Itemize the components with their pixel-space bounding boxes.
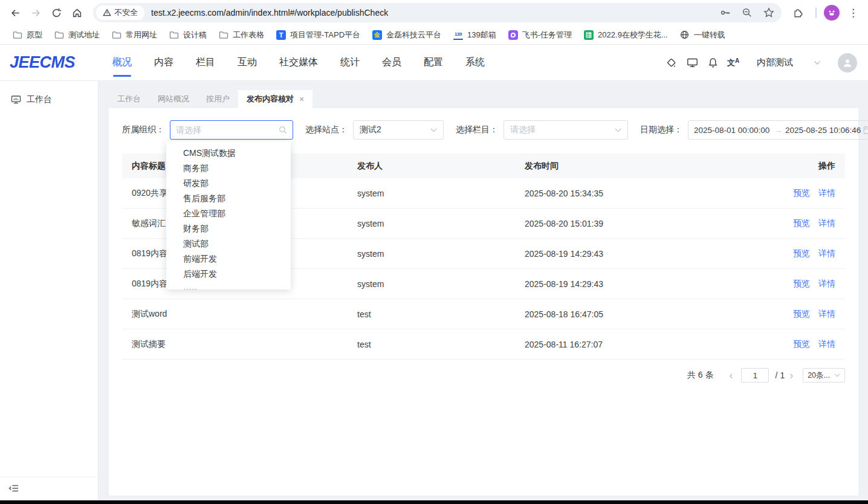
address-bar[interactable]: 不安全 test.x2.jeecms.com/admin/index.html#…: [93, 3, 782, 22]
bookmark-star-icon[interactable]: [763, 7, 774, 18]
org-option[interactable]: 企业管理部: [166, 206, 291, 221]
chevron-down-icon: [834, 373, 840, 377]
browser-profile-avatar[interactable]: [824, 5, 840, 21]
home-icon[interactable]: [66, 2, 87, 23]
tab-by-user[interactable]: 按用户: [198, 90, 238, 108]
org-select-input[interactable]: [176, 125, 267, 135]
site-select-value: 测试2: [360, 124, 381, 135]
bookmark-feishu[interactable]: 飞书-任务管理: [503, 28, 577, 42]
site-env-name[interactable]: 内部测试: [757, 57, 793, 68]
site-filter-label: 选择站点：: [305, 124, 348, 135]
detail-link[interactable]: 详情: [818, 309, 835, 320]
refresh-icon[interactable]: [46, 2, 66, 23]
bookmark-folder[interactable]: 测试地址: [49, 28, 105, 42]
org-option[interactable]: 后端开发: [166, 267, 291, 282]
folder-icon: [13, 31, 22, 39]
bell-icon[interactable]: [702, 57, 723, 68]
url-text[interactable]: test.x2.jeecms.com/admin/index.html#/wor…: [151, 8, 720, 18]
monitor-icon[interactable]: [682, 57, 702, 68]
preview-link[interactable]: 预览: [793, 339, 810, 350]
nav-channel[interactable]: 栏目: [196, 45, 215, 80]
globe-favicon: [680, 30, 690, 40]
row-publisher: system: [357, 249, 525, 259]
bookmark-tapd[interactable]: T 项目管理-TAPD平台: [271, 28, 366, 42]
nav-interaction[interactable]: 互动: [238, 45, 257, 80]
nav-statistics[interactable]: 统计: [340, 45, 360, 80]
sidebar-footer: [0, 477, 98, 500]
org-option[interactable]: 前端开发: [166, 251, 291, 267]
detail-link[interactable]: 详情: [818, 188, 835, 199]
preview-link[interactable]: 预览: [793, 279, 810, 289]
nav-config[interactable]: 配置: [424, 45, 443, 80]
tab-close-icon[interactable]: ×: [299, 94, 304, 104]
preview-link[interactable]: 预览: [793, 188, 810, 199]
jeecms-logo[interactable]: JEECMS: [10, 53, 102, 72]
column-select[interactable]: 请选择: [504, 120, 628, 140]
tab-site-overview[interactable]: 网站概况: [149, 90, 198, 108]
row-title: 测试摘要: [132, 339, 357, 350]
site-select[interactable]: 测试2: [353, 120, 444, 140]
org-select[interactable]: [170, 120, 293, 140]
screen: 不安全 test.x2.jeecms.com/admin/index.html#…: [0, 0, 868, 504]
mail139-favicon: 139: [453, 30, 463, 40]
next-page-icon[interactable]: ›: [785, 370, 798, 381]
nav-overview[interactable]: 概况: [112, 45, 132, 80]
bookmark-folder[interactable]: 设计稿: [164, 28, 212, 42]
preview-link[interactable]: 预览: [793, 248, 810, 259]
table-row: 测试word test 2025-08-18 16:47:05 预览 详情: [122, 299, 845, 329]
browser-menu-icon[interactable]: ⋮: [844, 8, 862, 18]
nav-social-media[interactable]: 社交媒体: [279, 45, 318, 80]
org-option[interactable]: 商务部: [166, 161, 291, 176]
org-dropdown-panel: CMS测试数据 商务部 研发部 售后服务部 企业管理部 财务部 测试部 前端开发…: [166, 141, 291, 289]
bookmark-folder[interactable]: 常用网址: [106, 28, 163, 42]
bookmark-sheet[interactable]: 2022.9在校学生花...: [578, 28, 673, 42]
bookmark-folder[interactable]: 工作表格: [213, 28, 270, 42]
bookmark-repost[interactable]: 一键转载: [675, 28, 731, 42]
collapse-sidebar-icon[interactable]: [8, 484, 98, 493]
env-chevron-down-icon[interactable]: [814, 60, 821, 65]
feishu-favicon: [508, 30, 518, 40]
prev-page-icon[interactable]: ‹: [724, 370, 737, 381]
org-option[interactable]: 售后服务部: [166, 191, 291, 206]
nav-system[interactable]: 系统: [465, 45, 485, 80]
detail-link[interactable]: 详情: [818, 248, 835, 259]
tab-workbench[interactable]: 工作台: [109, 90, 149, 108]
org-option[interactable]: CMS测试数据: [166, 146, 291, 161]
bookmark-139mail[interactable]: 139 139邮箱: [448, 28, 502, 42]
clean-cache-icon[interactable]: [661, 57, 682, 68]
security-chip[interactable]: 不安全: [96, 5, 144, 20]
detail-link[interactable]: 详情: [818, 279, 835, 289]
page-size-select[interactable]: 20条...: [803, 368, 845, 383]
password-key-icon[interactable]: [720, 7, 731, 18]
date-range-picker[interactable]: 2025-08-01 00:00:00 → 2025-08-25 10:06:4…: [688, 120, 868, 140]
preview-link[interactable]: 预览: [793, 309, 810, 320]
bookmark-folder[interactable]: 原型: [7, 28, 48, 42]
detail-link[interactable]: 详情: [818, 218, 835, 229]
back-icon[interactable]: [5, 2, 25, 23]
page-number-input[interactable]: [741, 368, 769, 383]
row-publisher: system: [357, 219, 525, 228]
org-option[interactable]: 研发部: [166, 176, 291, 191]
security-label: 不安全: [114, 7, 138, 18]
pagination-slash: /: [775, 370, 777, 380]
org-option[interactable]: ·····: [166, 282, 291, 289]
org-option[interactable]: 测试部: [166, 236, 291, 251]
extensions-icon[interactable]: [788, 2, 808, 23]
jinlei-favicon: 金: [372, 30, 382, 40]
detail-link[interactable]: 详情: [818, 339, 835, 350]
nav-members[interactable]: 会员: [382, 45, 401, 80]
bookmark-jinlei[interactable]: 金 金磊科技云平台: [367, 28, 447, 42]
folder-icon: [112, 31, 121, 39]
date-end-value[interactable]: 2025-08-25 10:06:46: [785, 126, 863, 135]
org-option[interactable]: 财务部: [166, 221, 291, 236]
nav-content[interactable]: 内容: [154, 45, 173, 80]
date-start-value[interactable]: 2025-08-01 00:00:00: [694, 126, 771, 135]
tab-publish-check[interactable]: 发布内容核对 ×: [238, 90, 313, 108]
sidebar-item-workbench[interactable]: 工作台: [11, 94, 98, 105]
preview-link[interactable]: 预览: [793, 218, 810, 229]
tab-bar: 工作台 网站概况 按用户 发布内容核对 ×: [109, 90, 858, 108]
translate-icon[interactable]: 文A: [723, 57, 743, 68]
zoom-out-icon[interactable]: [742, 7, 753, 18]
user-avatar[interactable]: [838, 53, 857, 73]
forward-icon[interactable]: [25, 2, 46, 23]
